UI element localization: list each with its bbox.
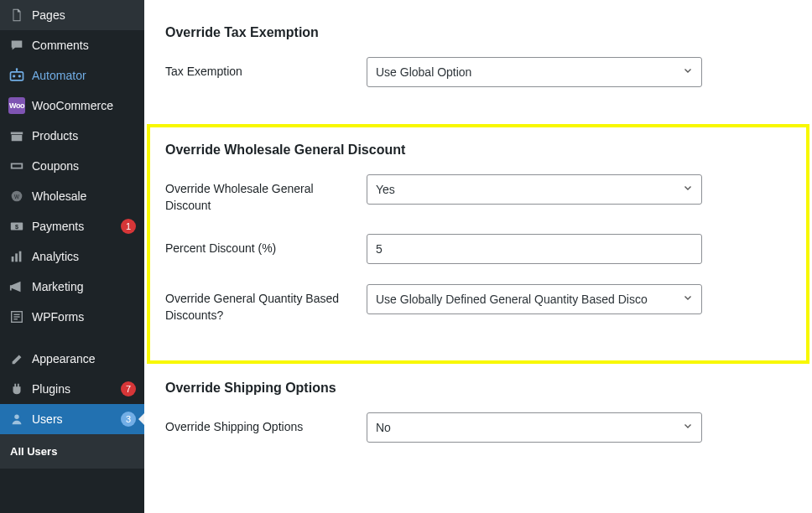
- products-icon: [8, 127, 25, 144]
- sidebar-item-automator[interactable]: Automator: [0, 60, 144, 91]
- svg-point-17: [14, 415, 18, 419]
- sidebar-label: WPForms: [32, 310, 136, 324]
- svg-point-1: [13, 75, 15, 77]
- svg-point-2: [18, 75, 21, 77]
- sidebar-item-comments[interactable]: Comments: [0, 30, 144, 60]
- sidebar-label: Users: [32, 412, 117, 426]
- override-discount-select[interactable]: Yes: [367, 174, 702, 205]
- section-wholesale-discount: Override Wholesale General Discount Over…: [165, 142, 791, 360]
- badge: 3: [121, 412, 136, 427]
- sidebar-label: Wholesale: [32, 189, 136, 203]
- wpforms-icon: [8, 308, 25, 325]
- main-content: Override Tax Exemption Tax Exemption Use…: [144, 0, 812, 513]
- sidebar-label: Products: [32, 129, 136, 142]
- tax-exemption-select[interactable]: Use Global Option: [367, 57, 702, 87]
- svg-rect-12: [19, 251, 22, 262]
- svg-rect-10: [12, 256, 14, 262]
- sidebar-item-analytics[interactable]: Analytics: [0, 241, 144, 272]
- sidebar-label: Pages: [32, 8, 136, 22]
- sidebar-item-marketing[interactable]: Marketing: [0, 272, 144, 302]
- percent-discount-input[interactable]: [367, 234, 702, 264]
- sidebar-item-wpforms[interactable]: WPForms: [0, 302, 144, 332]
- sidebar-item-users[interactable]: Users 3: [0, 404, 144, 434]
- quantity-discounts-select[interactable]: Use Globally Defined General Quantity Ba…: [367, 284, 702, 314]
- sidebar-item-appearance[interactable]: Appearance: [0, 344, 144, 374]
- sidebar-item-plugins[interactable]: Plugins 7: [0, 374, 144, 404]
- analytics-icon: [8, 248, 25, 265]
- sidebar-label: Payments: [32, 220, 117, 233]
- woo-icon: Woo: [8, 97, 25, 114]
- automator-icon: [8, 67, 25, 84]
- sidebar-item-woocommerce[interactable]: Woo WooCommerce: [0, 91, 144, 121]
- sidebar-item-coupons[interactable]: Coupons: [0, 151, 144, 181]
- section-title: Override Wholesale General Discount: [165, 142, 791, 158]
- field-label: Tax Exemption: [165, 57, 367, 80]
- override-shipping-select[interactable]: No: [367, 412, 702, 443]
- svg-point-5: [13, 165, 15, 167]
- section-shipping: Override Shipping Options Override Shipp…: [165, 364, 791, 459]
- field-tax-exemption: Tax Exemption Use Global Option: [165, 57, 791, 87]
- field-label: Override Shipping Options: [165, 412, 367, 436]
- sidebar-label: Coupons: [32, 159, 136, 173]
- field-label: Override General Quantity Based Discount…: [165, 284, 367, 324]
- appearance-icon: [8, 350, 25, 367]
- sidebar-item-pages[interactable]: Pages: [0, 0, 144, 30]
- admin-sidebar: Pages Comments Automator Woo WooCommerce…: [0, 0, 144, 513]
- sidebar-item-payments[interactable]: $ Payments 1: [0, 211, 144, 241]
- sidebar-item-products[interactable]: Products: [0, 121, 144, 151]
- wholesale-icon: W: [8, 188, 25, 205]
- sidebar-label: Plugins: [32, 382, 117, 396]
- sidebar-label: Marketing: [32, 280, 136, 293]
- sidebar-label: WooCommerce: [32, 99, 136, 112]
- section-tax-exemption: Override Tax Exemption Tax Exemption Use…: [165, 8, 791, 124]
- comment-icon: [8, 37, 25, 54]
- marketing-icon: [8, 278, 25, 295]
- badge: 1: [121, 219, 136, 234]
- field-quantity-discounts: Override General Quantity Based Discount…: [165, 284, 791, 324]
- field-override-discount: Override Wholesale General Discount Yes: [165, 174, 791, 214]
- svg-rect-11: [15, 253, 18, 262]
- coupons-icon: [8, 158, 25, 174]
- plugins-icon: [8, 381, 25, 397]
- active-arrow-icon: [138, 412, 144, 426]
- svg-point-4: [16, 68, 18, 70]
- field-label: Percent Discount (%): [165, 234, 367, 257]
- section-title: Override Tax Exemption: [165, 25, 791, 40]
- sidebar-item-wholesale[interactable]: W Wholesale: [0, 181, 144, 211]
- section-title: Override Shipping Options: [165, 381, 791, 396]
- field-label: Override Wholesale General Discount: [165, 174, 367, 214]
- submenu-users: All Users: [0, 434, 144, 469]
- field-percent-discount: Percent Discount (%): [165, 234, 791, 264]
- svg-text:$: $: [15, 223, 18, 231]
- svg-text:W: W: [14, 194, 19, 200]
- payments-icon: $: [8, 218, 25, 235]
- highlighted-section: Override Wholesale General Discount Over…: [147, 124, 809, 364]
- sidebar-label: Automator: [32, 69, 136, 82]
- sidebar-label: Analytics: [32, 250, 136, 263]
- page-icon: [8, 7, 25, 23]
- submenu-item-all-users[interactable]: All Users: [0, 440, 144, 463]
- svg-rect-0: [11, 72, 23, 80]
- sidebar-label: Appearance: [32, 352, 136, 365]
- badge: 7: [121, 381, 136, 396]
- sidebar-label: Comments: [32, 39, 136, 52]
- field-override-shipping: Override Shipping Options No: [165, 412, 791, 443]
- users-icon: [8, 411, 25, 428]
